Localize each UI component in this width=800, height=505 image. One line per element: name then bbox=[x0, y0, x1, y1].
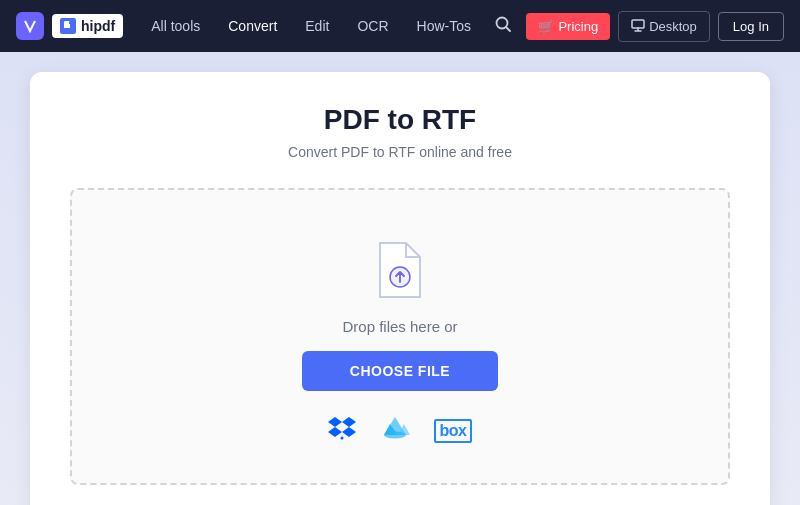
svg-point-30 bbox=[340, 437, 343, 440]
svg-point-31 bbox=[384, 432, 406, 439]
choose-file-button[interactable]: CHOOSE FILE bbox=[302, 351, 498, 391]
wondershare-icon bbox=[16, 12, 44, 40]
main-card: PDF to RTF Convert PDF to RTF online and… bbox=[30, 72, 770, 505]
pricing-cart-icon: 🛒 bbox=[538, 19, 554, 34]
login-button[interactable]: Log In bbox=[718, 12, 784, 41]
cloud-services: box bbox=[328, 415, 473, 447]
search-icon[interactable] bbox=[488, 9, 518, 43]
hipdf-logo[interactable]: hipdf bbox=[52, 14, 123, 38]
page-subtitle: Convert PDF to RTF online and free bbox=[70, 144, 730, 160]
desktop-label: Desktop bbox=[649, 19, 697, 34]
hipdf-text: hipdf bbox=[81, 18, 115, 34]
nav-edit[interactable]: Edit bbox=[293, 12, 341, 40]
page-title: PDF to RTF bbox=[70, 104, 730, 136]
cloud-upload-icon[interactable] bbox=[380, 415, 410, 447]
pricing-label: Pricing bbox=[558, 19, 598, 34]
nav-ocr[interactable]: OCR bbox=[345, 12, 400, 40]
svg-rect-1 bbox=[64, 28, 72, 30]
drop-text: Drop files here or bbox=[342, 318, 457, 335]
navbar: hipdf All tools Convert Edit OCR How-Tos… bbox=[0, 0, 800, 52]
main-area: PDF to RTF Convert PDF to RTF online and… bbox=[0, 52, 800, 505]
nav-links: All tools Convert Edit OCR How-Tos bbox=[139, 12, 488, 40]
nav-convert[interactable]: Convert bbox=[216, 12, 289, 40]
dropbox-icon[interactable] bbox=[328, 415, 356, 447]
upload-icon bbox=[372, 238, 428, 302]
upload-dropzone[interactable]: Drop files here or CHOOSE FILE bbox=[70, 188, 730, 485]
hipdf-icon bbox=[60, 18, 76, 34]
pricing-button[interactable]: 🛒 Pricing bbox=[526, 13, 610, 40]
nav-all-tools[interactable]: All tools bbox=[139, 12, 212, 40]
box-icon[interactable]: box bbox=[434, 419, 473, 443]
desktop-button[interactable]: Desktop bbox=[618, 11, 710, 42]
brand-logo[interactable] bbox=[16, 12, 44, 40]
desktop-icon bbox=[631, 18, 645, 35]
nav-right: 🛒 Pricing Desktop Log In bbox=[488, 9, 784, 43]
svg-point-2 bbox=[497, 18, 508, 29]
nav-howtos[interactable]: How-Tos bbox=[405, 12, 483, 40]
svg-rect-3 bbox=[632, 20, 644, 28]
